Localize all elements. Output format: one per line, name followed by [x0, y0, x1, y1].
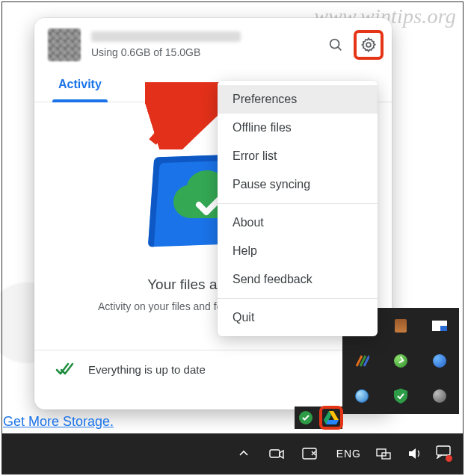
taskbar-language[interactable]: ENG: [336, 448, 361, 460]
windows-taskbar: ENG: [2, 433, 463, 474]
menu-about[interactable]: About: [218, 208, 378, 237]
divider: [34, 350, 392, 350]
account-identity: Using 0.6GB of 15.0GB: [91, 31, 323, 58]
tray-icon-stripes[interactable]: [354, 353, 370, 369]
search-button[interactable]: [323, 32, 348, 58]
taskbar-cast[interactable]: [299, 443, 320, 464]
svg-rect-4: [440, 326, 447, 331]
menu-error-list[interactable]: Error list: [218, 142, 378, 170]
tray-icon-status-ok[interactable]: [296, 408, 315, 427]
tray-icon-generic-1[interactable]: [392, 318, 409, 334]
storage-text: Using 0.6GB of 15.0GB: [91, 46, 323, 58]
tab-activity[interactable]: Activity: [52, 69, 108, 102]
tray-chevron-up[interactable]: [233, 443, 254, 464]
taskbar-network[interactable]: [373, 443, 394, 464]
tray-icon-blue-circle[interactable]: [431, 353, 448, 369]
settings-button[interactable]: [356, 32, 381, 58]
search-icon: [327, 37, 344, 53]
menu-preferences[interactable]: Preferences: [218, 85, 378, 114]
tray-icon-mail[interactable]: [431, 318, 448, 334]
account-email-redacted: [91, 31, 241, 42]
menu-separator: [218, 203, 378, 204]
svg-rect-5: [270, 450, 280, 457]
cast-icon: [302, 448, 317, 460]
tray-icon-google-drive[interactable]: [321, 408, 341, 427]
svg-point-0: [330, 40, 339, 49]
gear-icon: [360, 37, 377, 53]
tray-icon-globe[interactable]: [354, 388, 370, 404]
avatar: [48, 28, 81, 61]
status-text: Everything is up to date: [88, 363, 206, 376]
svg-rect-9: [437, 446, 450, 455]
taskbar-notifications[interactable]: [436, 445, 452, 462]
taskbar-volume[interactable]: [404, 443, 425, 464]
tray-icon-green-circle[interactable]: [392, 353, 409, 369]
tray-pinned-row: [295, 407, 342, 429]
menu-send-feedback[interactable]: Send feedback: [218, 265, 378, 294]
chevron-up-icon: [238, 448, 249, 459]
volume-icon: [407, 448, 422, 460]
get-more-storage-link[interactable]: Get More Storage.: [3, 414, 114, 430]
svg-point-2: [366, 43, 371, 47]
check-icon: [55, 362, 75, 377]
tray-icon-grey-circle[interactable]: [431, 388, 448, 404]
menu-offline-files[interactable]: Offline files: [218, 114, 378, 142]
drive-icon: [324, 411, 339, 424]
popup-header: Using 0.6GB of 15.0GB: [34, 18, 392, 69]
network-icon: [376, 448, 391, 460]
drive-popup: Using 0.6GB of 15.0GB Activity Your file…: [34, 18, 392, 409]
tray-icon-shield[interactable]: [392, 388, 409, 404]
settings-menu: Preferences Offline files Error list Pau…: [218, 81, 378, 336]
status-row: Everything is up to date: [34, 362, 392, 377]
menu-help[interactable]: Help: [218, 237, 378, 265]
camera-icon: [269, 448, 284, 460]
taskbar-camera[interactable]: [266, 443, 287, 464]
menu-separator: [218, 298, 378, 299]
menu-pause-syncing[interactable]: Pause syncing: [218, 170, 378, 199]
svg-line-1: [338, 47, 341, 50]
menu-quit[interactable]: Quit: [218, 303, 378, 332]
